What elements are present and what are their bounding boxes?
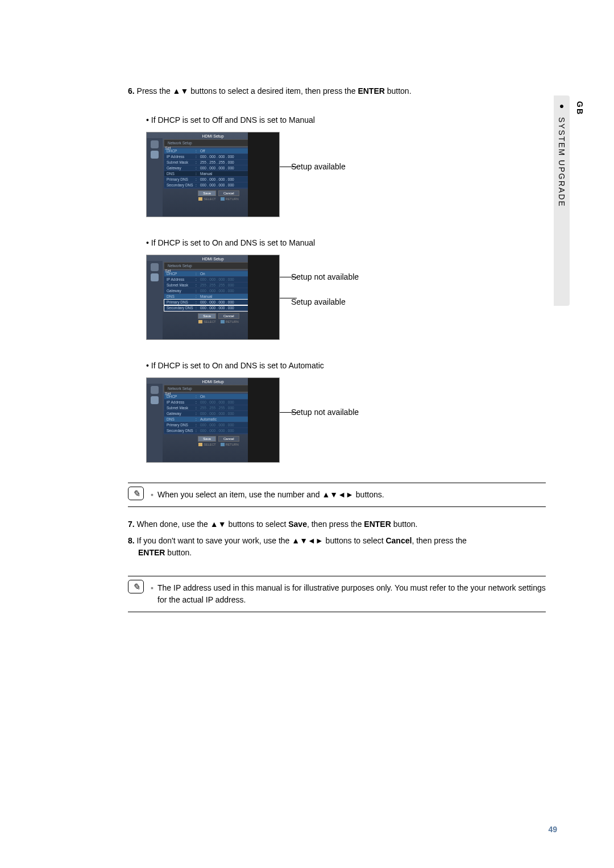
menu-icon xyxy=(151,273,159,281)
cancel-button[interactable]: Cancel xyxy=(218,190,239,196)
cancel-button[interactable]: Cancel xyxy=(218,313,239,319)
block1-caption: • If DHCP is set to Off and DNS is set t… xyxy=(146,114,546,126)
hint-return: RETURN xyxy=(221,320,239,323)
note-bullet: ▪ xyxy=(151,582,154,594)
set-label: Set xyxy=(165,146,171,150)
set-label: Set xyxy=(165,269,171,273)
menu-sidebar xyxy=(147,384,163,462)
select-icon xyxy=(198,197,202,201)
note-icon: ✎ xyxy=(128,487,144,500)
save-button[interactable]: Save xyxy=(198,436,216,442)
block3-caption: • If DHCP is set to On and DNS is set to… xyxy=(146,360,546,372)
hint-select: SELECT xyxy=(198,197,215,201)
step-8-num: 8. xyxy=(128,536,135,545)
note2-text: The IP address used in this manual is fo… xyxy=(157,583,546,604)
tv-preview xyxy=(248,255,279,339)
step-8: 8. If you don't want to save your work, … xyxy=(128,535,546,559)
enter-label: ENTER xyxy=(138,548,165,557)
arrows-up-down: ▲▼ xyxy=(173,86,189,95)
note-bullet: ▪ xyxy=(151,489,154,501)
set-label: Set xyxy=(165,392,171,396)
screenshot-dhcp-off: HDMI Setup Set Network Setup DHCP:Off IP… xyxy=(146,132,280,217)
tv-preview xyxy=(248,132,279,217)
enter-label: ENTER xyxy=(358,86,384,95)
arrows-up-down: ▲▼ xyxy=(210,520,226,529)
callout-setup-available: Setup available xyxy=(291,162,346,171)
menu-sidebar xyxy=(147,138,163,217)
page-number: 49 xyxy=(548,825,557,834)
note-icon: ✎ xyxy=(128,580,144,593)
hint-select: SELECT xyxy=(198,320,215,323)
save-button[interactable]: Save xyxy=(198,313,216,319)
hint-return: RETURN xyxy=(221,443,239,446)
select-icon xyxy=(198,443,202,446)
menu-icon xyxy=(151,151,159,159)
menu-icon xyxy=(151,263,159,271)
step-6: 6. Press the ▲▼ buttons to select a desi… xyxy=(128,85,546,97)
save-button[interactable]: Save xyxy=(198,190,216,196)
save-label: Save xyxy=(288,520,307,529)
select-icon xyxy=(198,320,202,323)
callout-setup-available: Setup available xyxy=(291,297,359,306)
cancel-label: Cancel xyxy=(385,536,412,545)
block2-caption: • If DHCP is set to On and DNS is set to… xyxy=(146,237,546,249)
step-7: 7. When done, use the ▲▼ buttons to sele… xyxy=(128,518,546,530)
step-6-num: 6. xyxy=(128,86,135,95)
menu-icon xyxy=(151,386,159,394)
return-icon xyxy=(221,197,225,201)
callout-setup-not-available: Setup not available xyxy=(291,272,359,281)
side-tab: GB ● SYSTEM UPGRADE xyxy=(554,95,570,306)
hint-return: RETURN xyxy=(221,197,239,201)
menu-icon xyxy=(151,396,159,404)
note-block-2: ✎ ▪ The IP address used in this manual i… xyxy=(128,576,546,612)
arrows-4way: ▲▼◄► xyxy=(322,490,354,499)
return-icon xyxy=(221,443,225,446)
arrows-4way: ▲▼◄► xyxy=(292,536,323,545)
callout-setup-not-available: Setup not available xyxy=(291,408,359,417)
side-tab-gb: GB xyxy=(575,101,584,115)
cancel-button[interactable]: Cancel xyxy=(218,436,239,442)
enter-label: ENTER xyxy=(364,520,391,529)
note-block-1: ✎ ▪ When you select an item, use the num… xyxy=(128,483,546,507)
step-7-num: 7. xyxy=(128,520,135,529)
hint-select: SELECT xyxy=(198,443,215,446)
return-icon xyxy=(221,320,225,323)
screenshot-dhcp-on-manual: HDMI Setup Set Network Setup DHCP:On IP … xyxy=(146,255,280,340)
screenshot-dhcp-on-auto: HDMI Setup Set Network Setup DHCP:On IP … xyxy=(146,377,280,463)
side-tab-section: SYSTEM UPGRADE xyxy=(557,117,566,207)
menu-icon xyxy=(151,140,159,148)
menu-sidebar xyxy=(147,261,163,339)
tv-preview xyxy=(248,378,279,462)
side-tab-bullet: ● xyxy=(557,101,566,111)
